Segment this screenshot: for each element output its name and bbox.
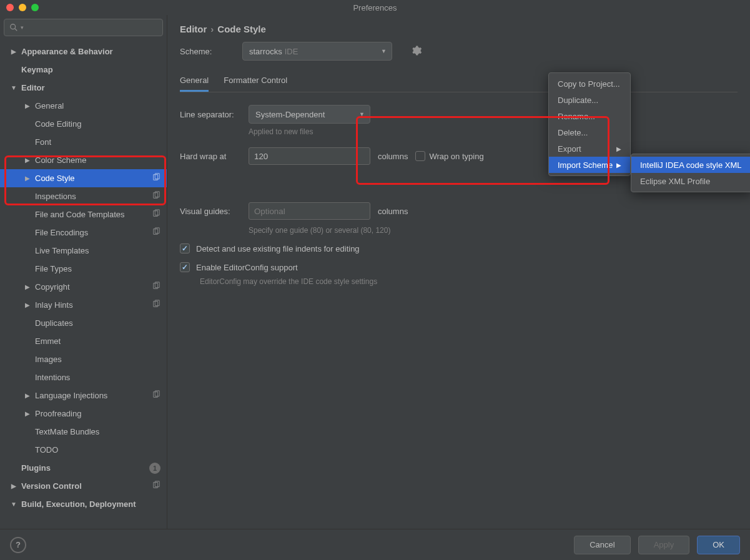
- menu-item-rename-[interactable]: Rename...: [549, 108, 630, 124]
- breadcrumb: Editor›Code Style: [180, 21, 738, 42]
- sidebar-item-file-and-code-templates[interactable]: File and Code Templates: [0, 205, 167, 224]
- ok-button[interactable]: OK: [697, 536, 740, 554]
- search-input[interactable]: ▾: [4, 19, 163, 36]
- gear-menu: Copy to Project...Duplicate...Rename...D…: [548, 72, 631, 176]
- copy-icon: [152, 209, 160, 220]
- columns-label: columns: [378, 152, 408, 161]
- copy-icon: [152, 191, 160, 202]
- sidebar-item-images[interactable]: Images: [0, 350, 167, 368]
- sidebar-item-build-execution-deployment[interactable]: ▼Build, Execution, Deployment: [0, 495, 167, 513]
- copy-icon: [152, 390, 160, 401]
- sidebar-item-copyright[interactable]: ▶Copyright: [0, 278, 167, 296]
- submenu-item-eclipse-xml-profile[interactable]: Eclipse XML Profile: [631, 173, 750, 189]
- sidebar-item-version-control[interactable]: ▶Version Control: [0, 477, 167, 495]
- svg-line-1: [15, 29, 17, 31]
- sidebar-item-todo[interactable]: TODO: [0, 441, 167, 459]
- editorconfig-hint: EditorConfig may override the IDE code s…: [200, 277, 738, 286]
- hardwrap-label: Hard wrap at: [180, 152, 249, 161]
- help-button[interactable]: ?: [10, 537, 26, 553]
- sidebar-item-file-encodings[interactable]: File Encodings: [0, 224, 167, 242]
- gear-icon[interactable]: [411, 45, 422, 58]
- sidebar-item-proofreading[interactable]: ▶Proofreading: [0, 405, 167, 423]
- sidebar-item-editor[interactable]: ▼Editor: [0, 79, 167, 97]
- titlebar: Preferences: [0, 0, 750, 15]
- copy-icon: [152, 300, 160, 310]
- sidebar-item-emmet[interactable]: Emmet: [0, 332, 167, 350]
- apply-button[interactable]: Apply: [638, 536, 690, 554]
- sidebar-item-textmate-bundles[interactable]: TextMate Bundles: [0, 423, 167, 441]
- detect-indents-checkbox[interactable]: [180, 243, 190, 253]
- visual-guides-label: Visual guides:: [180, 207, 249, 216]
- visual-guides-input[interactable]: [249, 202, 370, 220]
- window-title: Preferences: [353, 3, 397, 12]
- menu-item-duplicate-[interactable]: Duplicate...: [549, 92, 630, 108]
- sidebar-item-live-templates[interactable]: Live Templates: [0, 242, 167, 260]
- menu-item-export[interactable]: Export▶: [549, 140, 630, 157]
- visual-guides-hint: Specify one guide (80) or several (80, 1…: [249, 226, 738, 235]
- wrap-on-typing-label: Wrap on typing: [429, 152, 483, 161]
- search-icon: [9, 23, 18, 32]
- maximize-icon[interactable]: [31, 4, 39, 11]
- line-separator-select[interactable]: System-Dependent▼: [249, 105, 370, 124]
- svg-point-0: [11, 24, 16, 29]
- cancel-button[interactable]: Cancel: [574, 536, 630, 554]
- line-separator-hint: Applied to new files: [249, 127, 738, 136]
- scheme-label: Scheme:: [180, 47, 242, 56]
- sidebar-item-code-style[interactable]: ▶Code Style: [0, 169, 167, 187]
- sidebar-item-inspections[interactable]: Inspections: [0, 187, 167, 205]
- minimize-icon[interactable]: [19, 4, 26, 11]
- sidebar-item-inlay-hints[interactable]: ▶Inlay Hints: [0, 296, 167, 314]
- import-scheme-submenu: IntelliJ IDEA code style XMLEclipse XML …: [631, 154, 750, 192]
- scheme-select[interactable]: starrocksIDE ▼: [242, 42, 392, 61]
- copy-icon: [152, 282, 160, 292]
- sidebar-item-language-injections[interactable]: ▶Language Injections: [0, 386, 167, 405]
- submenu-item-intellij-idea-code-style-xml[interactable]: IntelliJ IDEA code style XML: [631, 157, 750, 173]
- menu-item-import-scheme[interactable]: Import Scheme▶: [549, 157, 630, 173]
- detect-indents-label: Detect and use existing file indents for…: [196, 244, 360, 253]
- editorconfig-checkbox[interactable]: [180, 262, 190, 272]
- menu-item-copy-to-project-[interactable]: Copy to Project...: [549, 76, 630, 92]
- sidebar-item-duplicates[interactable]: Duplicates: [0, 314, 167, 332]
- sidebar-item-file-types[interactable]: File Types: [0, 260, 167, 278]
- sidebar-item-font[interactable]: Font: [0, 133, 167, 151]
- line-separator-label: Line separator:: [180, 110, 249, 119]
- sidebar-item-color-scheme[interactable]: ▶Color Scheme: [0, 151, 167, 169]
- chevron-down-icon: ▼: [359, 111, 365, 117]
- tab-formatter[interactable]: Formatter Control: [224, 71, 287, 92]
- close-icon[interactable]: [6, 4, 14, 11]
- sidebar-item-keymap[interactable]: Keymap: [0, 61, 167, 79]
- copy-icon: [152, 173, 160, 184]
- chevron-down-icon: ▼: [381, 48, 387, 54]
- sidebar-item-intentions[interactable]: Intentions: [0, 368, 167, 386]
- copy-icon: [152, 227, 160, 238]
- hardwrap-input[interactable]: [249, 147, 370, 165]
- settings-tree[interactable]: ▶Appearance & BehaviorKeymap▼Editor▶Gene…: [0, 40, 167, 560]
- sidebar-item-plugins[interactable]: Plugins1: [0, 459, 167, 477]
- tab-general[interactable]: General: [180, 71, 209, 92]
- sidebar-item-appearance-behavior[interactable]: ▶Appearance & Behavior: [0, 42, 167, 61]
- sidebar-item-general[interactable]: ▶General: [0, 97, 167, 115]
- menu-item-delete-[interactable]: Delete...: [549, 124, 630, 140]
- editorconfig-label: Enable EditorConfig support: [196, 263, 298, 272]
- wrap-on-typing-checkbox[interactable]: [415, 151, 425, 161]
- copy-icon: [152, 481, 160, 491]
- columns-label-2: columns: [378, 207, 408, 216]
- sidebar-item-code-editing[interactable]: Code Editing: [0, 115, 167, 133]
